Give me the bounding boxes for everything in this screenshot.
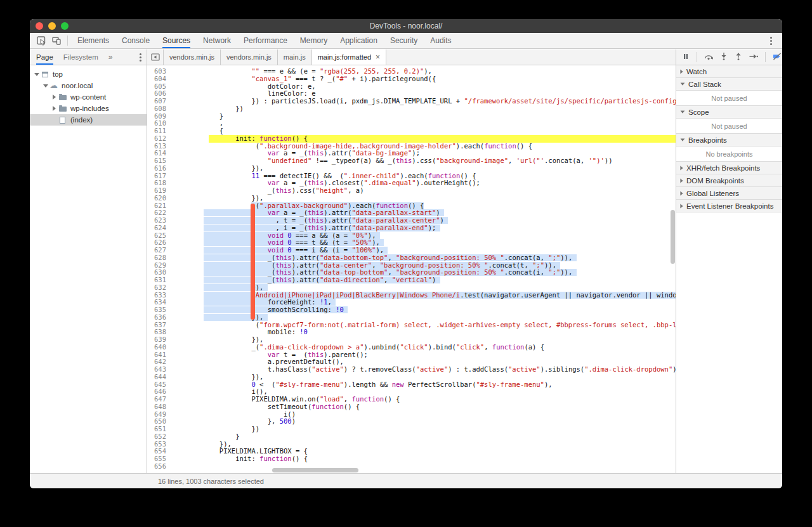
line-number[interactable]: 603 — [147, 68, 171, 75]
code-line[interactable]: 642 a.preventDefault(), — [147, 358, 676, 366]
code-line[interactable]: 610 , — [147, 120, 676, 127]
code-line[interactable]: 623 , t = _(this).attr("data-parallax-ce… — [147, 217, 676, 224]
section-header-global-listeners[interactable]: Global Listeners — [676, 187, 782, 200]
more-options-icon[interactable] — [763, 34, 778, 48]
line-number[interactable]: 608 — [147, 105, 171, 113]
line-number[interactable]: 618 — [147, 179, 171, 187]
code-line[interactable]: 649 i() — [147, 411, 676, 419]
expand-arrow-icon[interactable] — [51, 94, 58, 100]
tree-item-wp-includes[interactable]: wp-includes — [30, 103, 147, 114]
zoom-window-button[interactable] — [61, 22, 69, 30]
step-icon[interactable] — [749, 53, 758, 62]
line-number[interactable]: 656 — [147, 463, 171, 471]
close-tab-icon[interactable]: × — [376, 53, 380, 62]
code-line[interactable]: 617 11 === detectIE() && _(".inner-child… — [147, 172, 676, 180]
more-tabs-icon[interactable]: » — [108, 53, 113, 62]
code-line[interactable]: 608 }) — [147, 105, 676, 113]
code-editor[interactable]: 603 "" === e && (e = "rgba(255, 255, 255… — [147, 65, 676, 473]
code-line[interactable]: 631 _(this).attr("data-direction", "vert… — [147, 277, 676, 284]
line-number[interactable]: 604 — [147, 75, 171, 83]
line-number[interactable]: 623 — [147, 217, 171, 224]
code-line[interactable]: 632 }), — [147, 284, 676, 292]
editor-tab-main-js-formatted[interactable]: main.js:formatted× — [312, 49, 386, 65]
line-number[interactable]: 639 — [147, 336, 171, 344]
hide-navigator-icon[interactable] — [147, 49, 164, 65]
line-number[interactable]: 649 — [147, 411, 171, 419]
expand-arrow-icon[interactable] — [51, 106, 58, 111]
tree-item-noor-local[interactable]: ☁noor.local — [30, 80, 147, 91]
section-header-breakpoints[interactable]: Breakpoints — [676, 134, 782, 146]
tab-sources[interactable]: Sources — [156, 33, 197, 48]
line-number[interactable]: 641 — [147, 351, 171, 359]
line-number[interactable]: 655 — [147, 455, 171, 463]
close-window-button[interactable] — [36, 22, 43, 30]
tab-application[interactable]: Application — [334, 33, 384, 48]
code-line[interactable]: 641 var t = _(this).parent(); — [147, 351, 676, 359]
tab-memory[interactable]: Memory — [294, 33, 334, 48]
code-line[interactable]: 655 init: function() { — [147, 455, 676, 463]
step-over-icon[interactable] — [704, 53, 713, 62]
line-number[interactable]: 614 — [147, 150, 171, 157]
line-number[interactable]: 625 — [147, 232, 171, 240]
code-line[interactable]: 656 — [147, 463, 676, 471]
tab-performance[interactable]: Performance — [237, 33, 294, 48]
line-number[interactable]: 652 — [147, 433, 171, 441]
code-line[interactable]: 647 PIXELDIMA.win.on("load", function() … — [147, 396, 676, 403]
line-number[interactable]: 632 — [147, 284, 171, 292]
step-into-icon[interactable] — [720, 53, 728, 62]
line-number[interactable]: 630 — [147, 269, 171, 277]
device-toolbar-icon[interactable] — [49, 34, 64, 48]
code-line[interactable]: 612 init: function() { — [147, 135, 676, 143]
tree-item-top[interactable]: top — [30, 68, 147, 80]
line-number[interactable]: 650 — [147, 418, 171, 426]
section-header-dom-breakpoints[interactable]: DOM Breakpoints — [676, 174, 782, 187]
line-number[interactable]: 643 — [147, 366, 171, 374]
code-line[interactable]: 615 "undefined" !== _typeof(a) && _(this… — [147, 157, 676, 165]
step-out-icon[interactable] — [735, 53, 742, 62]
line-number[interactable]: 616 — [147, 165, 171, 172]
navigator-tab-filesystem[interactable]: Filesystem — [63, 49, 98, 65]
vertical-scrollbar[interactable] — [671, 210, 675, 264]
line-number[interactable]: 642 — [147, 358, 171, 366]
code-line[interactable]: 605 dotColor: e, — [147, 83, 676, 91]
line-number[interactable]: 605 — [147, 83, 171, 91]
code-line[interactable]: 606 lineColor: e — [147, 90, 676, 98]
line-number[interactable]: 626 — [147, 239, 171, 247]
code-line[interactable]: 618 var a = _(this).closest(".dima-equal… — [147, 179, 676, 187]
line-number[interactable]: 651 — [147, 426, 171, 433]
code-line[interactable]: 614 var a = _(this).attr("data-bg-image"… — [147, 150, 676, 157]
navigator-tab-page[interactable]: Page — [36, 49, 53, 65]
code-line[interactable]: 624 , i = _(this).attr("data-parallax-en… — [147, 224, 676, 232]
section-header-scope[interactable]: Scope — [676, 106, 782, 119]
line-number[interactable]: 607 — [147, 98, 171, 105]
code-line[interactable]: 636 }), — [147, 314, 676, 322]
line-number[interactable]: 637 — [147, 322, 171, 329]
code-line[interactable]: 613 _(".background-image-hide,.backgroun… — [147, 143, 676, 150]
line-number[interactable]: 619 — [147, 187, 171, 195]
expand-arrow-icon[interactable] — [33, 73, 40, 76]
line-number[interactable]: 629 — [147, 262, 171, 270]
code-line[interactable]: 626 void 0 === t && (t = "50%"), — [147, 239, 676, 247]
line-number[interactable]: 648 — [147, 403, 171, 411]
titlebar[interactable]: DevTools - noor.local/ — [30, 19, 782, 33]
navigator-more-options-icon[interactable] — [140, 53, 141, 62]
deactivate-breakpoints-icon[interactable] — [773, 53, 782, 62]
code-line[interactable]: 637 _("form.wpcf7-form:not(.matrial-form… — [147, 322, 676, 329]
code-line[interactable]: 619 _(this).css("height", a) — [147, 187, 676, 195]
editor-tab-vendors-min-js[interactable]: vendors.min.js — [221, 49, 278, 65]
code-line[interactable]: 644 }), — [147, 374, 676, 381]
code-line[interactable]: 635 smoothScrolling: !0 — [147, 306, 676, 314]
line-number[interactable]: 620 — [147, 195, 171, 202]
code-line[interactable]: 625 void 0 === a && (a = "0%"), — [147, 232, 676, 240]
code-line[interactable]: 603 "" === e && (e = "rgba(255, 255, 255… — [147, 68, 676, 75]
code-line[interactable]: 628 _(this).attr("data-bottom-top", "bac… — [147, 254, 676, 262]
line-number[interactable]: 611 — [147, 127, 171, 135]
code-line[interactable]: 650 }, 500) — [147, 418, 676, 426]
code-line[interactable]: 634 forceHeight: !1, — [147, 299, 676, 306]
code-line[interactable]: 630 _(this).attr("data-top-bottom", "bac… — [147, 269, 676, 277]
code-line[interactable]: 627 void 0 === i && (i = "100%"), — [147, 247, 676, 254]
line-number[interactable]: 622 — [147, 209, 171, 217]
code-line[interactable]: 648 setTimeout(function() { — [147, 403, 676, 411]
code-line[interactable]: 604 "canvas_1" === t ? _("#" + i).partic… — [147, 75, 676, 83]
code-line[interactable]: 616 }), — [147, 165, 676, 172]
